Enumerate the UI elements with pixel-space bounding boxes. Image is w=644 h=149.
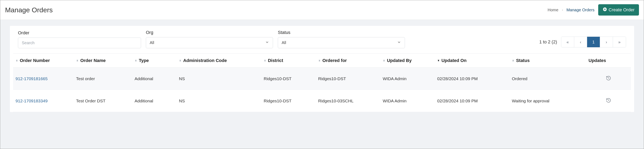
org-select-value: All [150,40,154,45]
col-updates: Updates [588,58,628,63]
orders-table: ▲▼ Order Number ▲▼ Order Name ▲▼ Type ▲▼… [10,54,634,112]
col-status[interactable]: ▲▼ Status [512,58,588,63]
status-filter-label: Status [278,30,405,35]
breadcrumb-current: Manage Orders [566,8,594,12]
status-select[interactable]: All [278,37,405,48]
table-header: ▲▼ Order Number ▲▼ Order Name ▲▼ Type ▲▼… [13,54,631,68]
order-search-input[interactable] [18,38,141,48]
col-order-number[interactable]: ▲▼ Order Number [16,58,76,63]
order-number-link[interactable]: 912-1709183349 [16,98,48,103]
order-filter-label: Order [18,30,141,36]
cell-type: Additional [134,98,179,103]
col-district[interactable]: ▲▼ District [264,58,318,63]
history-icon[interactable] [606,98,611,104]
page-title: Manage Orders [5,6,53,14]
chevron-down-icon [397,40,401,45]
chevron-down-icon [265,40,269,45]
cell-order-name: Test Order DST [76,98,134,103]
cell-admin-code: NS [179,76,264,81]
col-updated-on[interactable]: ▲▼ Updated On [437,58,512,63]
cell-status: Waiting for approval [512,98,588,103]
pager-last-button[interactable]: » [613,37,626,47]
col-updated-by[interactable]: ▲▼ Updated By [383,58,437,63]
cell-updated-on: 02/28/2024 10:09 PM [437,98,512,103]
cell-type: Additional [134,76,179,81]
table-row: 912-1709183349 Test Order DST Additional… [13,90,631,112]
pagination: « ‹ 1 › » [561,36,626,48]
cell-ordered-for: Ridges10-DST [318,76,383,81]
pager-first-button[interactable]: « [561,37,574,47]
cell-ordered-for: Ridges10-03SCHL [318,98,383,103]
cell-order-name: Test order [76,76,134,81]
create-order-button[interactable]: Create Order [598,4,639,16]
chevron-right-icon [561,8,564,12]
cell-district: Ridges10-DST [264,98,318,103]
org-select[interactable]: All [146,37,273,48]
col-ordered-for[interactable]: ▲▼ Ordered for [318,58,383,63]
org-filter-label: Org [146,30,273,35]
pager-next-button[interactable]: › [600,37,613,47]
pager-page-button[interactable]: 1 [587,37,600,47]
plus-circle-icon [603,7,607,13]
breadcrumb-home[interactable]: Home [548,8,558,12]
table-row: 912-1709181665 Test order Additional NS … [13,68,631,90]
history-icon[interactable] [606,76,611,82]
col-order-name[interactable]: ▲▼ Order Name [76,58,134,63]
orders-card: Order Org All Status All [10,26,634,112]
cell-updated-on: 02/28/2024 10:09 PM [437,76,512,81]
status-select-value: All [282,40,286,45]
breadcrumb: Home Manage Orders [548,8,594,12]
page-header: Manage Orders Home Manage Orders Create … [0,0,644,20]
cell-district: Ridges10-DST [264,76,318,81]
cell-admin-code: NS [179,98,264,103]
col-type[interactable]: ▲▼ Type [134,58,179,63]
create-order-label: Create Order [609,7,634,12]
order-number-link[interactable]: 912-1709181665 [16,76,48,81]
pagination-summary: 1 to 2 (2) [539,39,557,44]
col-admin-code[interactable]: ▲▼ Administration Code [179,58,264,63]
pager-prev-button[interactable]: ‹ [574,37,587,47]
cell-updated-by: WIDA Admin [383,76,437,81]
cell-updated-by: WIDA Admin [383,98,437,103]
cell-status: Ordered [512,76,588,81]
filter-bar: Order Org All Status All [10,30,634,54]
